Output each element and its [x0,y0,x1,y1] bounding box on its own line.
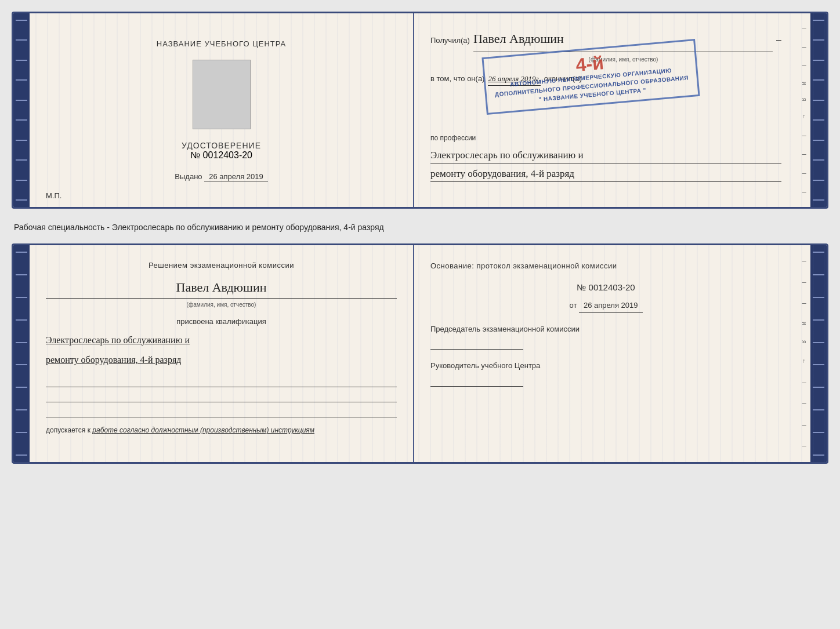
vidan-block: Выдано 26 апреля 2019 [175,172,267,181]
bottom-doc-right: Основание: протокол экзаменационной коми… [414,245,798,462]
poluchil-label: Получил(a) [430,34,470,47]
right-edge-top: – – – и я ← – – – – [798,13,810,207]
ot-date: от 26 апреля 2019 [430,299,781,312]
qual-line2: ремонту оборудования, 4-й разряд [46,352,397,369]
resheniyem-label: Решением экзаменационной комиссии [46,259,397,272]
dopuskaetsya-label: допускается к [46,426,90,434]
bottom-document: Решением экзаменационной комиссии Павел … [12,243,828,464]
signature-lines [46,375,397,417]
right-edge-bottom: – – – и я ← – – – – [798,245,810,462]
bottom-name: Павел Авдюшин [46,277,397,299]
edge-arrow-bottom: ← [801,358,808,364]
udostoverenie-number: № 0012403-20 [182,150,261,161]
edge-ya-bottom: я [801,340,808,343]
ot-label: от [569,301,577,310]
protocol-number: № 0012403-20 [430,279,781,295]
sig-line-2 [46,390,397,402]
top-doc-left: НАЗВАНИЕ УЧЕБНОГО ЦЕНТРА УДОСТОВЕРЕНИЕ №… [30,13,414,207]
edge-and: и [801,82,808,85]
qual-line1: Электрослесарь по обслуживанию и [46,332,397,349]
udostoverenie-title: УДОСТОВЕРЕНИЕ [182,141,261,150]
vidan-label: Выдано [175,172,202,181]
page-wrapper: НАЗВАНИЕ УЧЕБНОГО ЦЕНТРА УДОСТОВЕРЕНИЕ №… [12,12,828,464]
photo-placeholder [193,60,251,129]
edge-ya: я [801,98,808,101]
top-document: НАЗВАНИЕ УЧЕБНОГО ЦЕНТРА УДОСТОВЕРЕНИЕ №… [12,12,828,209]
left-spine [13,13,30,207]
profession-line1: Электрослесарь по обслуживанию и [430,147,781,163]
ot-date-value: 26 апреля 2019 [579,299,643,312]
mp-label: М.П. [46,191,61,200]
profession-line2: ремонту оборудования, 4-й разряд [430,166,781,182]
dopuskaetsya-block: допускается к работе согласно должностны… [46,424,397,436]
bottom-doc-left: Решением экзаменационной комиссии Павел … [30,245,414,462]
rukovoditel-sig-line [430,375,523,387]
sig-line-3 [46,405,397,417]
separator-text: Рабочая специальность - Электрослесарь п… [12,218,828,234]
dopuskaetsya-value: работе согласно должностным (производств… [92,426,314,434]
edge-and-bottom: и [801,322,808,325]
edge-arrow: ← [801,114,808,119]
predsedatel-label: Председатель экзаменационной комиссии [430,322,781,336]
predsedatel-sig-line [430,338,523,350]
prisvoena-label: присвоена квалификация [46,315,397,328]
vidan-date: 26 апреля 2019 [204,172,268,181]
po-professii-label: по профессии [430,132,781,145]
center-title: НАЗВАНИЕ УЧЕБНОГО ЦЕНТРА [157,39,286,48]
bottom-fio-hint: (фамилия, имя, отчество) [46,300,397,310]
osnovanie-label: Основание: протокол экзаменационной коми… [430,259,781,272]
vtom-label: в том, что он(а) [430,72,484,85]
rukovoditel-label: Руководитель учебного Центра [430,359,781,372]
predsedatel-block: Председатель экзаменационной комиссии [430,322,781,350]
left-spine-bottom [13,245,30,462]
right-spine [810,13,827,207]
dash: – [776,32,781,49]
right-spine-bottom [810,245,827,462]
udostoverenie-block: УДОСТОВЕРЕНИЕ № 0012403-20 [182,141,261,161]
top-doc-right: Получил(a) Павел Авдюшин – (фамилия, имя… [414,13,798,207]
sig-line-1 [46,375,397,387]
rukovoditel-block: Руководитель учебного Центра [430,359,781,386]
